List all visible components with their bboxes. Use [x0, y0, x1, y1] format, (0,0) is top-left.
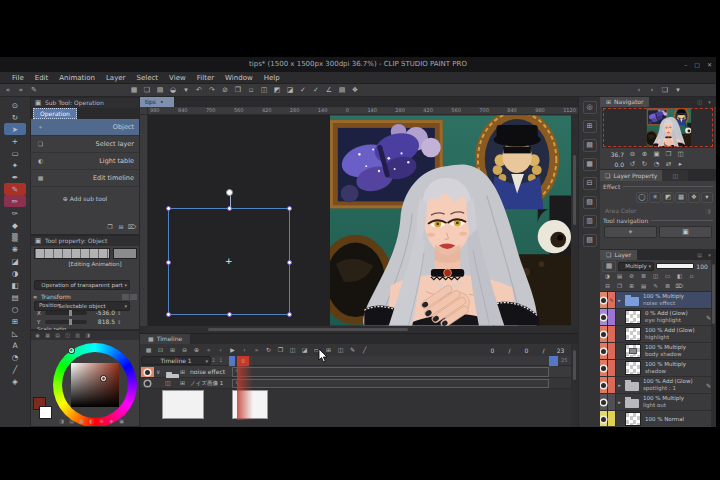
move-layer-tool[interactable]: +	[4, 135, 26, 147]
color-set-tab-icon[interactable]: ▤	[53, 332, 62, 340]
new-animation-cel-icon[interactable]: ❐	[275, 345, 286, 355]
paste-icon[interactable]: ▫	[245, 85, 257, 96]
approx-color-tab-icon[interactable]: ▥	[73, 332, 82, 340]
collapse-all-icon[interactable]: ⊟	[602, 282, 613, 291]
layer-expand-arrow[interactable]: ▸	[616, 382, 623, 388]
track-visibility-cell[interactable]	[141, 367, 154, 377]
material-monochromatic-tab-icon[interactable]: ▤	[583, 139, 597, 152]
clip-studio-icon[interactable]: ▦	[128, 85, 140, 96]
rotate-canvas-tool[interactable]: ↻	[4, 111, 26, 123]
x-spinner[interactable]: ⇕	[117, 310, 121, 316]
material-image-tab-icon[interactable]: ⊟	[583, 177, 597, 190]
overflow-icon[interactable]: ▾	[672, 85, 684, 96]
transform-handle-w[interactable]	[166, 260, 171, 265]
layer-draft-cell[interactable]: ✎	[608, 292, 616, 308]
marker-tool[interactable]: ◆	[4, 219, 26, 231]
y-spinner[interactable]: ⇕	[117, 319, 121, 325]
timeline-ruler[interactable]: Timeline 1▾ 21 0 12345678910111213141516…	[140, 356, 578, 366]
effect-more-icon[interactable]: ▾	[701, 192, 713, 203]
track-label[interactable]: ノイズ画像 1	[190, 380, 232, 387]
track-label[interactable]: noise effect	[190, 368, 225, 375]
reference-layer-icon[interactable]: ▭	[662, 273, 673, 282]
sub-tool-item[interactable]: ◐ Light table	[31, 153, 139, 170]
layer-visibility-cell[interactable]	[600, 360, 608, 376]
extract-line-icon[interactable]: ▦	[675, 192, 687, 203]
timeline-panel-icon[interactable]: ▦	[143, 345, 154, 355]
decoration-tool[interactable]: ❋	[4, 243, 26, 255]
new-cel-icon[interactable]: ⊞	[180, 368, 185, 375]
track-visibility-cell[interactable]	[141, 379, 154, 388]
material-panel-icon[interactable]: ▤	[336, 85, 348, 96]
selection-border-icon[interactable]: ◪	[284, 85, 296, 96]
save-icon[interactable]: ◒	[167, 85, 179, 96]
layer-mask-icon[interactable]: ◑	[602, 273, 613, 282]
maximize-button[interactable]: ▢	[694, 57, 700, 72]
new-file-icon[interactable]: ❏	[141, 85, 153, 96]
layer-visibility-cell[interactable]	[600, 326, 608, 342]
track-clip-bar[interactable]: 1	[232, 379, 549, 388]
start-frame-marker[interactable]	[229, 356, 235, 366]
layer-row[interactable]: 0 % Add (Glow) eye highlight ✎	[600, 309, 716, 326]
menu-item[interactable]: Layer	[106, 72, 126, 83]
menu-item[interactable]: Help	[264, 72, 280, 83]
layer-draft-cell[interactable]	[608, 411, 616, 426]
opacity-slider[interactable]	[656, 263, 694, 269]
clear-icon[interactable]: ⊘	[219, 85, 231, 96]
layer-visibility-cell[interactable]	[600, 343, 608, 359]
zoom-percent-value[interactable]: 36.7	[602, 151, 626, 158]
cel-thumbnail[interactable]	[232, 390, 268, 419]
track-clip-bar[interactable]: 1	[232, 367, 549, 377]
palette-option-icon[interactable]: ▫	[686, 273, 697, 282]
layer-row[interactable]: 100 % Multiply shadow	[600, 360, 716, 377]
tool-nav-timeline-button[interactable]: ▣	[659, 226, 712, 238]
menu-item[interactable]: Animation	[59, 72, 95, 83]
layer-draft-cell[interactable]	[608, 326, 616, 342]
timeline-zoom-out-icon[interactable]: ⊖	[179, 345, 190, 355]
material-tool[interactable]: ◈	[4, 375, 26, 387]
quick-access-tab-icon[interactable]: ◎	[583, 101, 597, 114]
rotation-value[interactable]: 0.0	[602, 161, 626, 168]
layer-thumbnail[interactable]	[625, 412, 641, 426]
layer-row[interactable]: 100 % Normal	[600, 411, 716, 426]
material-download-tab-icon[interactable]: ▥	[583, 215, 597, 228]
pen-tool[interactable]: ✎	[4, 183, 26, 195]
layer-visibility-cell[interactable]	[600, 377, 608, 393]
x-position-value[interactable]: -536.0	[89, 309, 115, 316]
border-effect-icon[interactable]: ◯	[636, 192, 648, 203]
layer-row[interactable]: ✎ ▸ 100 % Multiply noise effect	[600, 292, 716, 309]
sub-tool-item[interactable]: ▦ Edit timeline	[31, 170, 139, 187]
saturation-value-square[interactable]	[71, 363, 119, 407]
fill-tool[interactable]: ◧	[4, 279, 26, 291]
new-folder-icon[interactable]: ▤	[638, 282, 649, 291]
transfer-icon[interactable]: ✎	[650, 282, 661, 291]
sub-tool-item[interactable]: ⌖ Object	[31, 119, 139, 136]
layer-thumbnail[interactable]	[625, 297, 639, 306]
new-cel-icon[interactable]: ⊞	[180, 379, 185, 386]
redo-icon[interactable]: ↷	[206, 85, 218, 96]
nav-corner-icon-2[interactable]: ▾	[705, 97, 714, 108]
timeline-scrollbar[interactable]	[571, 344, 578, 427]
specify-cel-icon[interactable]: ◫	[287, 345, 298, 355]
ruler-tool[interactable]: ◺	[4, 327, 26, 339]
layer-visibility-cell[interactable]	[600, 309, 608, 325]
quick-pen-icon[interactable]: ✎	[28, 85, 40, 96]
layer-corner-icon-2[interactable]: ▾	[705, 250, 714, 261]
layer-row[interactable]: 100 % Add (Glow) highlight	[600, 326, 716, 343]
blend-tool[interactable]: ◑	[4, 267, 26, 279]
transform-center-crosshair[interactable]: +	[225, 257, 233, 266]
navigator-tab[interactable]: ⊞ Navigator	[600, 97, 649, 107]
balloon-tool[interactable]: ◔	[4, 351, 26, 363]
layer-list-scrollbar[interactable]	[711, 260, 716, 427]
color-slider-tab-icon[interactable]: ▦	[43, 332, 52, 340]
layer-draft-cell[interactable]	[608, 343, 616, 359]
layer-panel-tab[interactable]: ❏ Layer	[600, 250, 637, 260]
sub-tool-item[interactable]: ❏ Select layer	[31, 136, 139, 153]
transform-handle-se[interactable]	[287, 312, 292, 317]
scroll-left-icon[interactable]: ‹	[633, 85, 645, 96]
material-all-tab-icon[interactable]: ▨	[583, 234, 597, 247]
layer-expand-arrow[interactable]: ▸	[616, 297, 623, 303]
timeline-settings-icon[interactable]: ⊞	[167, 345, 178, 355]
layer-row[interactable]: ▸ 100 % Add (Glow) spotlight : 1 ✎	[600, 377, 716, 394]
preview-box[interactable]	[113, 248, 137, 259]
layer-visibility-cell[interactable]	[600, 411, 608, 426]
